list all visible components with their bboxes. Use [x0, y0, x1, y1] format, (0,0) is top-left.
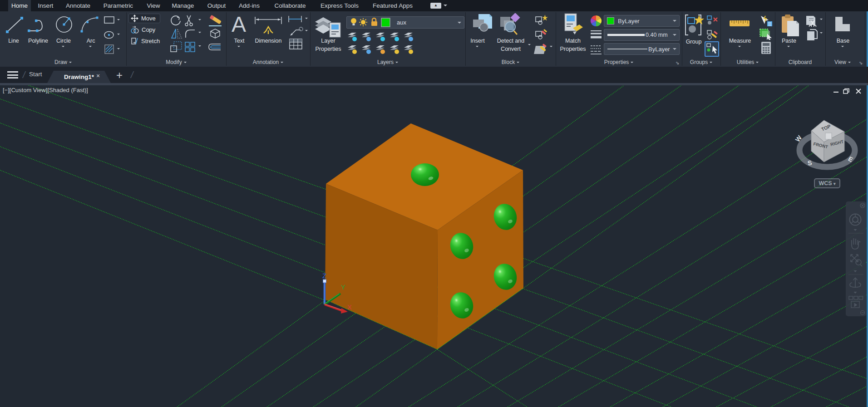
measure-dropdown-icon[interactable]: [738, 46, 741, 49]
navbar-wheel-dropdown-icon[interactable]: [854, 229, 857, 231]
paste-button[interactable]: Paste: [779, 38, 799, 44]
group-icon[interactable]: [685, 14, 705, 38]
dimension-icon[interactable]: [253, 15, 283, 36]
navbar-close-icon[interactable]: [862, 205, 864, 207]
layers-panel-label[interactable]: Layers: [310, 59, 465, 67]
steering-wheel-icon[interactable]: [850, 214, 861, 226]
circle-icon[interactable]: [54, 12, 76, 36]
tab-manage[interactable]: Manage: [169, 0, 197, 11]
text-dropdown-icon[interactable]: [237, 46, 240, 49]
properties-panel-label[interactable]: Properties: [556, 59, 682, 67]
ellipse-dropdown-icon[interactable]: [117, 34, 120, 36]
viewport-controls-label[interactable]: [−][Custom View][Shaded (Fast)]: [3, 87, 88, 93]
linetype-combo-dropdown-icon[interactable]: [673, 48, 676, 52]
menu-icon[interactable]: [7, 71, 18, 78]
multileader-icon[interactable]: [289, 26, 303, 37]
showmotion-icon[interactable]: [849, 296, 863, 308]
tab-parametric[interactable]: Parametric: [99, 0, 138, 11]
zoom-icon[interactable]: [851, 255, 862, 266]
insert-button[interactable]: Insert: [469, 38, 487, 44]
ribbon-display-caret-icon[interactable]: [444, 5, 447, 8]
arc-button[interactable]: Arc: [81, 38, 101, 44]
group-edit-icon[interactable]: [706, 29, 719, 40]
polyline-button[interactable]: Polyline: [25, 38, 51, 44]
define-attributes-icon[interactable]: [534, 42, 548, 56]
line-icon[interactable]: [4, 14, 25, 35]
new-tab-button[interactable]: +: [116, 69, 123, 82]
rotate-icon[interactable]: [170, 15, 182, 27]
copy-clip-dropdown-icon[interactable]: [820, 32, 823, 35]
measure-button[interactable]: Measure: [726, 38, 754, 44]
scale-icon[interactable]: [170, 40, 182, 53]
multileader-dropdown-icon[interactable]: [305, 30, 308, 33]
view-expander-icon[interactable]: ⇘: [859, 60, 863, 65]
detect-convert-button[interactable]: Detect and: [493, 38, 528, 44]
quick-properties-icon[interactable]: [759, 28, 773, 40]
hatch-dropdown-icon[interactable]: [117, 48, 120, 51]
arc-icon[interactable]: [79, 12, 103, 36]
layer-combo[interactable]: aux: [346, 16, 464, 29]
view-panel-label[interactable]: View: [825, 59, 860, 67]
utilities-panel-label[interactable]: Utilities: [720, 59, 775, 67]
navbar-zoom-dropdown-icon[interactable]: [854, 270, 857, 272]
base-dropdown-icon[interactable]: [841, 46, 844, 49]
paste-icon[interactable]: [781, 14, 801, 37]
fillet-icon[interactable]: [184, 28, 196, 39]
circle-button[interactable]: Circle: [51, 38, 76, 44]
paste-dropdown-icon[interactable]: [787, 46, 790, 49]
layer-combo-dropdown-icon[interactable]: [458, 22, 461, 25]
explode-icon[interactable]: [208, 27, 222, 40]
array-icon[interactable]: [184, 41, 196, 53]
rectangle-icon[interactable]: [104, 16, 115, 25]
polyline-icon[interactable]: [26, 14, 50, 35]
viewport-close-icon[interactable]: [856, 89, 861, 93]
copy-clip-icon[interactable]: [806, 29, 820, 41]
insert-icon[interactable]: [472, 13, 492, 37]
navbar-customize-icon[interactable]: [861, 311, 865, 315]
group-button[interactable]: Group: [683, 39, 705, 45]
text-button[interactable]: Text: [232, 38, 247, 44]
circle-dropdown-icon[interactable]: [62, 46, 64, 49]
fillet-dropdown-icon[interactable]: [198, 32, 201, 34]
layer-properties-button[interactable]: Layer: [313, 38, 343, 44]
base-button[interactable]: Base: [833, 38, 853, 44]
drawing-tab[interactable]: Drawing1*: [47, 71, 111, 83]
hatch-icon[interactable]: [104, 44, 116, 55]
tab-addins[interactable]: Add-ins: [236, 0, 262, 11]
block-panel-label[interactable]: Block: [465, 59, 556, 67]
measure-icon[interactable]: [729, 19, 751, 29]
cut-dropdown-icon[interactable]: [820, 19, 823, 21]
block-edit-icon[interactable]: [535, 29, 548, 40]
array-dropdown-icon[interactable]: [198, 45, 201, 48]
draw-panel-label[interactable]: Draw: [0, 59, 126, 67]
move-button[interactable]: Move: [129, 14, 160, 23]
tab-collaborate[interactable]: Collaborate: [270, 0, 311, 11]
rectangle-dropdown-icon[interactable]: [117, 19, 120, 22]
layer-properties-icon[interactable]: [314, 13, 343, 39]
define-attributes-dropdown-icon[interactable]: [550, 46, 552, 49]
match-properties-icon[interactable]: [564, 13, 584, 38]
detect-convert-dropdown-icon[interactable]: [528, 44, 531, 47]
start-tab[interactable]: Start: [29, 71, 42, 78]
stretch-button[interactable]: Stretch: [129, 37, 165, 45]
properties-expander-icon[interactable]: ⇘: [676, 60, 679, 65]
drawing-tab-close-icon[interactable]: ×: [96, 72, 100, 79]
match-properties-button[interactable]: Match: [563, 38, 583, 44]
linear-dimension-icon[interactable]: [288, 15, 303, 23]
viewport-restore-icon[interactable]: [843, 89, 849, 94]
linear-dimension-dropdown-icon[interactable]: [305, 18, 308, 20]
ungroup-icon[interactable]: [706, 15, 719, 26]
lineweight-combo[interactable]: 0.40 mm: [604, 29, 680, 41]
dimension-button[interactable]: Dimension: [252, 38, 284, 44]
tab-home[interactable]: Home: [8, 0, 31, 11]
erase-icon[interactable]: [208, 14, 223, 28]
tab-insert[interactable]: Insert: [35, 0, 56, 11]
compass-south[interactable]: S: [807, 159, 813, 167]
lineweight-icon[interactable]: [590, 29, 602, 40]
tab-featured-apps[interactable]: Featured Apps: [369, 0, 417, 11]
quick-select-icon[interactable]: [759, 15, 773, 27]
color-wheel-icon[interactable]: [590, 15, 602, 27]
cut-icon[interactable]: [804, 15, 818, 27]
orbit-icon[interactable]: [850, 278, 861, 288]
copy-button[interactable]: Copy: [129, 25, 160, 34]
